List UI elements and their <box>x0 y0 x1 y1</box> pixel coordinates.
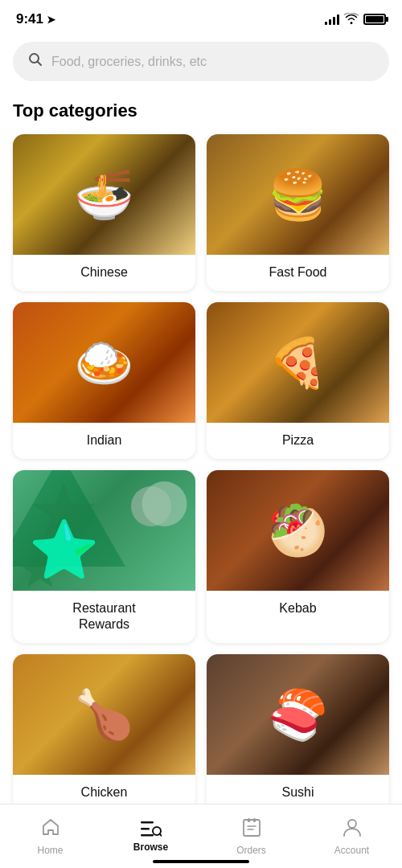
category-image-chicken <box>13 654 195 775</box>
category-label-rewards: RestaurantRewards <box>13 591 195 644</box>
categories-grid: Chinese Fast Food Indian Pizza Restau <box>0 134 402 811</box>
category-image-pizza <box>207 302 389 423</box>
svg-rect-12 <box>253 818 256 822</box>
svg-rect-5 <box>141 821 154 824</box>
svg-point-4 <box>142 481 187 526</box>
nav-label-browse: Browse <box>133 841 168 853</box>
search-icon <box>27 51 43 72</box>
category-card-chicken[interactable]: Chicken <box>13 654 195 811</box>
home-indicator <box>153 860 249 863</box>
svg-rect-10 <box>244 820 260 836</box>
svg-marker-2 <box>32 482 96 538</box>
category-label-kebab: Kebab <box>207 591 389 627</box>
bottom-nav: Home Browse Orders <box>0 804 402 868</box>
nav-label-home: Home <box>37 845 63 856</box>
account-icon <box>343 817 361 841</box>
location-arrow-icon: ➤ <box>47 14 55 26</box>
category-label-fastfood: Fast Food <box>207 255 389 291</box>
category-image-sushi <box>207 654 389 775</box>
nav-label-account: Account <box>334 845 369 856</box>
category-card-kebab[interactable]: Kebab <box>207 470 389 644</box>
category-card-rewards[interactable]: RestaurantRewards <box>13 470 195 644</box>
category-image-chinese <box>13 134 195 255</box>
category-card-sushi[interactable]: Sushi <box>207 654 389 811</box>
browse-icon <box>141 821 162 838</box>
status-bar: 9:41 ➤ <box>0 0 402 35</box>
svg-rect-6 <box>141 828 150 830</box>
status-time: 9:41 <box>16 11 43 27</box>
orders-icon <box>243 817 260 841</box>
nav-item-account[interactable]: Account <box>302 809 402 856</box>
category-image-kebab <box>207 470 389 591</box>
svg-point-15 <box>348 820 356 828</box>
category-label-chinese: Chinese <box>13 255 195 291</box>
signal-icon <box>325 14 339 25</box>
category-card-pizza[interactable]: Pizza <box>207 302 389 459</box>
category-image-rewards <box>13 470 195 591</box>
nav-item-home[interactable]: Home <box>0 809 100 856</box>
nav-item-browse[interactable]: Browse <box>100 813 201 853</box>
status-icons <box>325 13 386 27</box>
search-container: Food, groceries, drinks, etc <box>0 35 402 94</box>
svg-rect-7 <box>141 834 154 837</box>
svg-marker-3 <box>20 551 60 588</box>
nav-item-orders[interactable]: Orders <box>201 809 302 856</box>
section-title: Top categories <box>0 94 402 134</box>
svg-line-1 <box>38 62 42 66</box>
category-image-indian <box>13 302 195 423</box>
search-placeholder: Food, groceries, drinks, etc <box>51 55 207 69</box>
svg-line-9 <box>159 833 162 836</box>
wifi-icon <box>344 13 359 27</box>
category-image-fastfood <box>207 134 389 255</box>
category-card-indian[interactable]: Indian <box>13 302 195 459</box>
battery-icon <box>363 14 386 25</box>
svg-rect-11 <box>248 818 250 822</box>
category-label-indian: Indian <box>13 423 195 459</box>
category-label-pizza: Pizza <box>207 423 389 459</box>
rewards-stars-svg <box>13 470 195 591</box>
nav-label-orders: Orders <box>236 845 266 856</box>
home-icon <box>41 817 60 841</box>
search-bar[interactable]: Food, groceries, drinks, etc <box>13 42 389 81</box>
category-card-fastfood[interactable]: Fast Food <box>207 134 389 291</box>
category-card-chinese[interactable]: Chinese <box>13 134 195 291</box>
